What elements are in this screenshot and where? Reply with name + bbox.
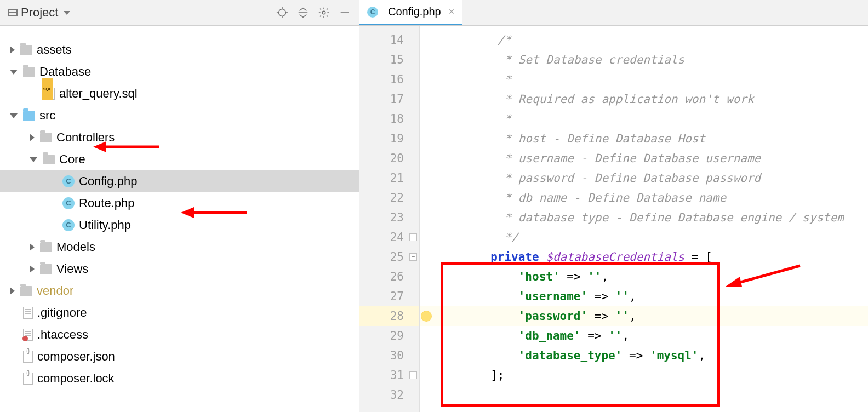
tree-item-label: Controllers	[56, 127, 115, 148]
close-tab-icon[interactable]: ×	[449, 6, 455, 18]
code-line[interactable]: * Required as application won't work	[420, 89, 868, 109]
tree-item-assets[interactable]: assets	[0, 39, 359, 61]
code-line[interactable]: * db_name - Define Database name	[420, 188, 868, 208]
folder-icon	[40, 133, 52, 142]
code-line[interactable]: * username - Define Database username	[420, 148, 868, 168]
tree-item-src[interactable]: src	[0, 105, 359, 127]
editor-pane: C Config.php × 1415161718192021222324−25…	[359, 0, 868, 412]
code-line[interactable]: */	[420, 227, 868, 247]
code-line[interactable]: * password - Define Database password	[420, 168, 868, 188]
project-title: Project	[21, 5, 58, 20]
svg-point-6	[322, 11, 326, 14]
project-tree[interactable]: assetsDatabasealter_query.sqlsrcControll…	[0, 26, 359, 412]
editor-tab-label: Config.php	[388, 5, 441, 18]
line-number-gutter: 1415161718192021222324−25−262728293031−3…	[359, 26, 420, 412]
project-icon	[8, 9, 18, 16]
folder-icon	[20, 45, 32, 55]
disclosure-none-icon	[30, 90, 37, 98]
project-view-dropdown-icon[interactable]	[64, 11, 70, 15]
line-number: 30	[359, 346, 419, 365]
sql-icon	[43, 88, 55, 100]
line-number: 26	[359, 267, 419, 287]
tree-item-composer-lock[interactable]: composer.lock	[0, 368, 359, 390]
code-line[interactable]: /*	[420, 30, 868, 50]
tree-item-route-php[interactable]: CRoute.php	[0, 192, 359, 214]
settings-gear-icon[interactable]	[315, 4, 333, 21]
line-number: 25−	[359, 247, 419, 267]
code-line[interactable]	[420, 385, 868, 405]
tree-item-models[interactable]: Models	[0, 236, 359, 258]
code-line[interactable]: 'username' => '',	[420, 287, 868, 306]
tree-item-label: .gitignore	[37, 302, 87, 324]
line-number: 19	[359, 129, 419, 148]
disclosure-closed-icon[interactable]	[10, 46, 15, 54]
tree-item-views[interactable]: Views	[0, 258, 359, 280]
collapse-all-icon[interactable]	[294, 4, 312, 21]
disclosure-none-icon	[49, 221, 57, 229]
line-number: 17	[359, 89, 419, 109]
tree-item-label: Utility.php	[79, 214, 131, 236]
code-line[interactable]: * Set Database credentials	[420, 50, 868, 70]
project-panel: Project assetsDatabasealter_query.sqlsrc…	[0, 0, 359, 412]
disclosure-open-icon[interactable]	[10, 113, 18, 118]
intention-bulb-icon[interactable]	[421, 311, 432, 322]
disclosure-closed-icon[interactable]	[10, 287, 15, 295]
hide-panel-icon[interactable]	[336, 4, 353, 21]
tree-item--htaccess[interactable]: .htaccess	[0, 324, 359, 346]
folder-icon	[43, 154, 55, 164]
tree-item-label: Config.php	[79, 170, 137, 192]
disclosure-none-icon	[10, 353, 18, 360]
tree-item-label: composer.lock	[37, 368, 115, 390]
line-number: 28	[359, 306, 419, 326]
code-line[interactable]: * host - Define Database Host	[420, 129, 868, 148]
tree-item-label: vendor	[37, 280, 73, 302]
tree-item-controllers[interactable]: Controllers	[0, 127, 359, 148]
code-line[interactable]: 'database_type' => 'mysql',	[420, 346, 868, 365]
folder-icon	[40, 242, 52, 252]
code-line[interactable]: private $databaseCredentials = [	[420, 247, 868, 267]
folder-icon	[20, 286, 32, 296]
json-icon	[23, 351, 33, 363]
folder-icon	[40, 264, 52, 274]
disclosure-open-icon[interactable]	[10, 70, 18, 75]
disclosure-closed-icon[interactable]	[30, 265, 35, 273]
fold-marker-icon[interactable]: −	[409, 233, 417, 241]
tree-item-composer-json[interactable]: composer.json	[0, 346, 359, 368]
disclosure-open-icon[interactable]	[30, 157, 37, 162]
project-header: Project	[0, 0, 359, 26]
tree-item-label: composer.json	[37, 346, 115, 368]
code-line[interactable]: 'db_name' => '',	[420, 326, 868, 346]
line-number: 14	[359, 30, 419, 50]
code-line[interactable]: *	[420, 109, 868, 129]
tree-item-utility-php[interactable]: CUtility.php	[0, 214, 359, 236]
json-icon	[23, 373, 33, 385]
code-line[interactable]: 'password' => '',	[420, 306, 868, 326]
php-c-icon: C	[62, 175, 75, 187]
code-line[interactable]: 'host' => '',	[420, 267, 868, 287]
txt-icon	[23, 307, 33, 319]
locate-icon[interactable]	[273, 4, 291, 21]
editor-tab-config[interactable]: C Config.php ×	[359, 0, 462, 25]
code-line[interactable]: *	[420, 70, 868, 89]
php-class-icon: C	[367, 7, 378, 18]
tree-item-core[interactable]: Core	[0, 148, 359, 170]
disclosure-closed-icon[interactable]	[30, 243, 35, 251]
editor-tab-bar: C Config.php ×	[359, 0, 868, 26]
fold-marker-icon[interactable]: −	[409, 371, 417, 379]
editor-body[interactable]: 1415161718192021222324−25−262728293031−3…	[359, 26, 868, 412]
fold-marker-icon[interactable]: −	[409, 253, 417, 261]
line-number: 18	[359, 109, 419, 129]
tree-item-config-php[interactable]: CConfig.php	[0, 170, 359, 192]
tree-item--gitignore[interactable]: .gitignore	[0, 302, 359, 324]
disclosure-closed-icon[interactable]	[30, 134, 35, 141]
code-area[interactable]: /* * Set Database credentials * * Requir…	[420, 26, 868, 412]
tree-item-alter-query-sql[interactable]: alter_query.sql	[0, 83, 359, 105]
svg-point-0	[279, 9, 286, 16]
line-number: 27	[359, 287, 419, 306]
code-line[interactable]: ];	[420, 365, 868, 385]
tree-item-vendor[interactable]: vendor	[0, 280, 359, 302]
code-line[interactable]: * database_type - Define Database engine…	[420, 208, 868, 227]
tree-item-label: Route.php	[79, 192, 135, 214]
tree-item-database[interactable]: Database	[0, 61, 359, 83]
disclosure-none-icon	[10, 331, 18, 339]
